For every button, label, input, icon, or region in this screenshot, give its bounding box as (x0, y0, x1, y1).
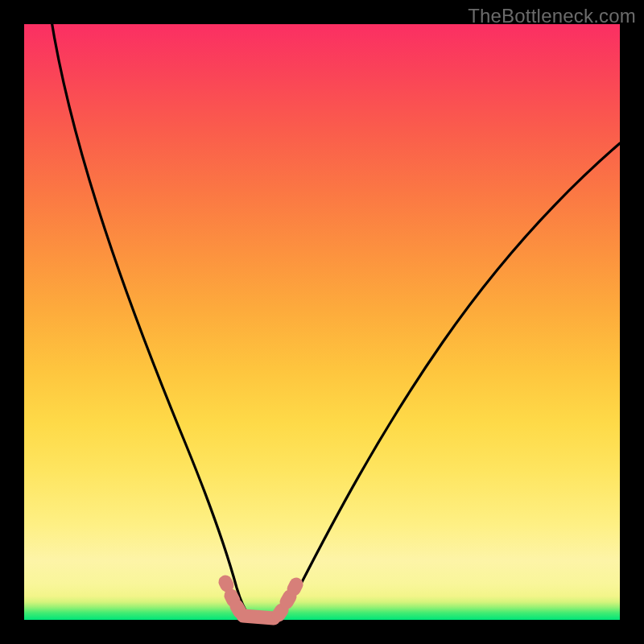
watermark-text: TheBottleneck.com (468, 5, 636, 27)
marker-group-right (279, 584, 296, 615)
bottleneck-curve (24, 24, 620, 620)
chart-frame: TheBottleneck.com (0, 0, 644, 644)
marker-group-left (225, 582, 240, 612)
marker-group-valley (243, 616, 274, 618)
chart-plot-area (24, 24, 620, 620)
curve-left-branch (51, 16, 251, 618)
curve-right-branch (272, 143, 620, 620)
